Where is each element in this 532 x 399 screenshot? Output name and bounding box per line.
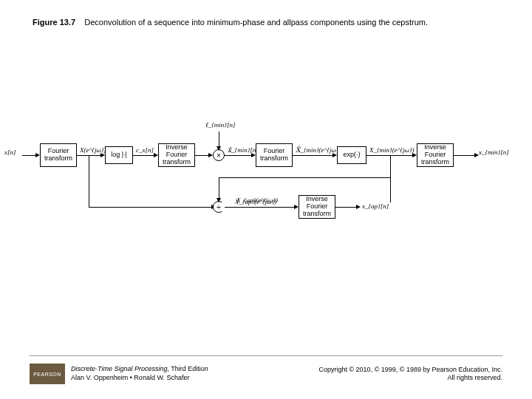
signal-Xapejw-2: X_{ap}(e^{jω}) [235,198,276,205]
wire [219,177,391,178]
book-info: Discrete-Time Signal Processing, Third E… [71,365,208,382]
book-title: Discrete-Time Signal Processing [71,365,167,372]
copyright-text: Copyright © 2010, © 1999, © 1989 by Pear… [318,366,502,375]
wire [225,207,296,208]
rights-text: All rights reserved. [318,374,502,383]
arrow-icon [216,198,221,202]
block-inverse-fourier-3: Inverse Fourier transform [299,195,335,219]
book-authors: Alan V. Oppenheim • Ronald W. Schafer [71,374,208,383]
wire [390,155,391,177]
copyright-block: Copyright © 2010, © 1999, © 1989 by Pear… [318,366,502,383]
pearson-logo: PEARSON [30,364,65,384]
signal-xapn: x_{ap}[n] [362,202,389,210]
arrow-icon [356,205,361,209]
publisher-block: PEARSON Discrete-Time Signal Processing,… [30,364,208,384]
figure-number: Figure 13.7 [33,18,75,27]
figure-caption: Figure 13.7 Deconvolution of a sequence … [33,18,428,27]
figure-caption-text: Deconvolution of a sequence into minimum… [84,18,428,27]
block-diagram-lower: X_{ap}(e^{jω}) Inverse Fourier transform… [0,126,532,244]
book-edition: , Third Edition [167,365,208,372]
footer-divider [30,355,502,356]
wire [335,207,358,208]
